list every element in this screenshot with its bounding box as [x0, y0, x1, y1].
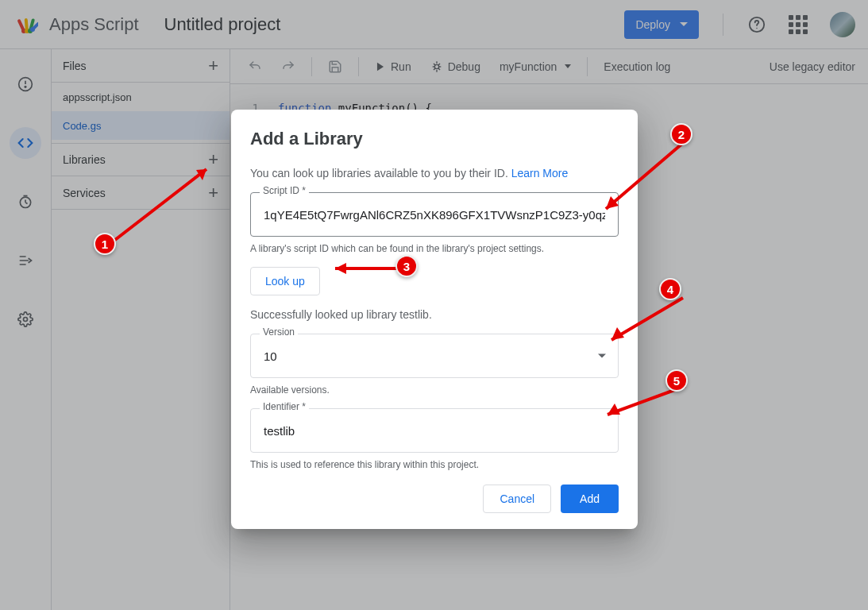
- lookup-button[interactable]: Look up: [250, 267, 320, 295]
- version-value: 10: [264, 349, 277, 363]
- version-field[interactable]: Version 10: [250, 334, 619, 378]
- cancel-button[interactable]: Cancel: [483, 485, 551, 513]
- add-button[interactable]: Add: [561, 485, 619, 513]
- learn-more-link[interactable]: Learn More: [511, 167, 569, 180]
- identifier-input[interactable]: [250, 408, 619, 453]
- lookup-success-text: Successfully looked up library testlib.: [250, 308, 619, 321]
- dialog-actions: Cancel Add: [250, 485, 619, 513]
- dialog-description: You can look up libraries available to y…: [250, 167, 619, 180]
- chevron-down-icon: [598, 354, 606, 358]
- dialog-title: Add a Library: [250, 129, 619, 149]
- identifier-field: Identifier *: [250, 408, 619, 453]
- version-dropdown[interactable]: 10: [250, 334, 619, 378]
- version-helper: Available versions.: [250, 384, 619, 396]
- script-id-input[interactable]: [250, 192, 619, 237]
- script-id-field: Script ID *: [250, 192, 619, 237]
- script-id-label: Script ID *: [260, 185, 309, 196]
- version-label: Version: [260, 326, 298, 338]
- add-library-dialog: Add a Library You can look up libraries …: [231, 110, 638, 529]
- script-id-helper: A library's script ID which can be found…: [250, 243, 619, 254]
- identifier-label: Identifier *: [260, 401, 309, 412]
- identifier-helper: This is used to reference this library w…: [250, 459, 619, 470]
